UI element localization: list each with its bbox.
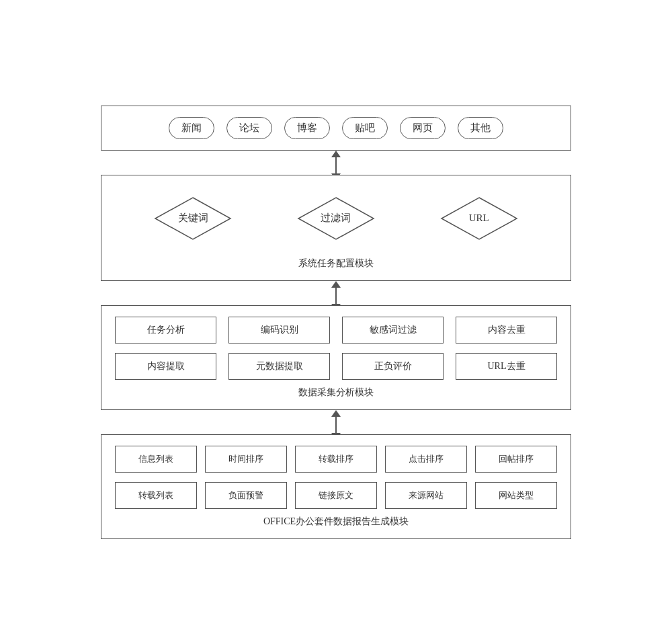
module2-box: 关键词 过滤词 URL <box>101 175 571 281</box>
diamond-row: 关键词 过滤词 URL <box>115 186 557 251</box>
rect-btn-m4-r1c4: 点击排序 <box>385 446 467 473</box>
module4-box: 信息列表 时间排序 转载排序 点击排序 回帖排序 转载列表 负面预警 链接原文 … <box>101 434 571 539</box>
rect-btn-m4-r1c1: 信息列表 <box>115 446 197 473</box>
rect-btn-m4-r2c1: 转载列表 <box>115 482 197 509</box>
rect-btn-m3-r1c4: 内容去重 <box>456 317 557 344</box>
rect-btn-m4-r2c4: 来源网站 <box>385 482 467 509</box>
diamond-shape-3: URL <box>439 195 519 242</box>
arrow-up-icon-3 <box>331 410 341 417</box>
arrow-up-icon-2 <box>331 281 341 288</box>
rect-btn-m4-r1c5: 回帖排序 <box>475 446 557 473</box>
module3-label: 数据采集分析模块 <box>115 387 557 399</box>
rect-btn-m3-r1c3: 敏感词过滤 <box>342 317 444 344</box>
rect-btn-m4-r1c3: 转载排序 <box>295 446 377 473</box>
module3-grid: 任务分析 编码识别 敏感词过滤 内容去重 内容提取 元数据提取 正负评价 URL… <box>115 317 557 380</box>
rect-btn-m3-r2c4: URL去重 <box>456 353 557 380</box>
rect-btn-m4-r2c5: 网站类型 <box>475 482 557 509</box>
diamond-text-2: 过滤词 <box>321 212 351 225</box>
oval-btn-6: 其他 <box>458 117 503 139</box>
arrow-2 <box>331 281 341 305</box>
rect-btn-m3-r2c1: 内容提取 <box>115 353 216 380</box>
oval-btn-4: 贴吧 <box>342 117 388 139</box>
oval-btn-1: 新闻 <box>169 117 214 139</box>
diamond-shape-2: 过滤词 <box>296 195 376 242</box>
oval-btn-2: 论坛 <box>226 117 272 139</box>
diamond-shape-1: 关键词 <box>153 195 233 242</box>
rect-btn-m3-r2c2: 元数据提取 <box>228 353 330 380</box>
diamond-wrapper-2: 过滤词 <box>289 192 383 245</box>
module4-grid: 信息列表 时间排序 转载排序 点击排序 回帖排序 转载列表 负面预警 链接原文 … <box>115 446 557 509</box>
arrow-1 <box>331 151 341 175</box>
arrow-up-icon <box>331 151 341 157</box>
rect-btn-m3-r1c2: 编码识别 <box>228 317 330 344</box>
rect-btn-m4-r2c2: 负面预警 <box>205 482 287 509</box>
rect-btn-m3-r1c1: 任务分析 <box>115 317 216 344</box>
oval-btn-5: 网页 <box>400 117 446 139</box>
module1-box: 新闻 论坛 博客 贴吧 网页 其他 <box>101 106 571 151</box>
diamond-text-3: URL <box>469 212 489 224</box>
main-diagram: 新闻 论坛 博客 贴吧 网页 其他 关键词 <box>101 92 571 553</box>
diamond-text-1: 关键词 <box>178 212 208 225</box>
module3-box: 任务分析 编码识别 敏感词过滤 内容去重 内容提取 元数据提取 正负评价 URL… <box>101 305 571 410</box>
diamond-wrapper-1: 关键词 <box>146 192 240 245</box>
rect-btn-m3-r2c3: 正负评价 <box>342 353 444 380</box>
module4-label: OFFICE办公套件数据报告生成模块 <box>115 516 557 528</box>
oval-btn-3: 博客 <box>284 117 330 139</box>
rect-btn-m4-r2c3: 链接原文 <box>295 482 377 509</box>
oval-row: 新闻 论坛 博客 贴吧 网页 其他 <box>115 117 557 139</box>
arrow-3 <box>331 410 341 434</box>
rect-btn-m4-r1c2: 时间排序 <box>205 446 287 473</box>
module2-label: 系统任务配置模块 <box>115 257 557 270</box>
diamond-wrapper-3: URL <box>432 192 526 245</box>
